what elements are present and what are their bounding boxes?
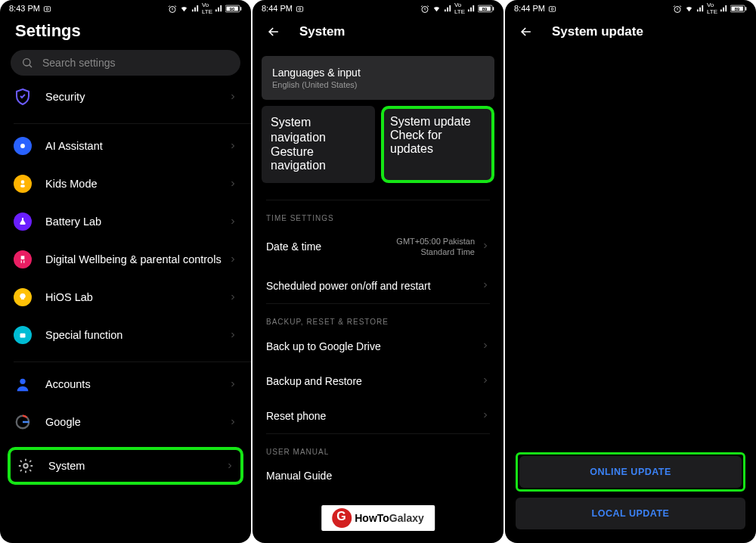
watermark-logo-icon (332, 508, 352, 528)
chevron-right-icon (228, 92, 237, 101)
settings-wellbeing[interactable]: Digital Wellbeing & parental controls (0, 240, 251, 278)
back-button[interactable] (519, 24, 534, 39)
screenshot-icon (548, 4, 556, 14)
svg-point-19 (299, 8, 301, 11)
screen-system-update: 8:44 PM VoLTE 89 System update ONLINE UP… (505, 0, 756, 543)
robot-icon (14, 326, 32, 344)
battery-icon: 90 (225, 4, 242, 14)
row-backup-restore[interactable]: Backup and Restore (253, 364, 503, 399)
section-time: TIME SETTINGS (253, 200, 503, 225)
settings-special-function[interactable]: Special function (0, 316, 251, 354)
settings-security[interactable]: Security (0, 83, 251, 116)
wifi-icon (684, 4, 694, 14)
svg-rect-11 (21, 256, 25, 259)
chevron-right-icon (481, 279, 490, 293)
row-date-time[interactable]: Date & time GMT+05:00 PakistanStandard T… (253, 225, 503, 268)
chevron-right-icon (228, 179, 237, 188)
card-system-update[interactable]: System update Check for updates (381, 106, 494, 183)
wifi-icon (179, 4, 189, 14)
bulb-icon (14, 288, 32, 306)
accounts-icon (14, 375, 32, 393)
kids-icon (14, 175, 32, 193)
assistant-icon (14, 137, 32, 155)
svg-rect-12 (20, 334, 26, 338)
svg-rect-23 (493, 8, 494, 11)
svg-point-13 (21, 334, 22, 335)
svg-point-9 (21, 180, 25, 184)
svg-point-26 (551, 8, 553, 11)
chevron-right-icon (228, 255, 237, 264)
search-input[interactable]: Search settings (11, 50, 240, 76)
volte-label: VoLTE (707, 2, 717, 15)
signal-icon (444, 4, 452, 14)
svg-point-7 (23, 59, 30, 66)
svg-point-14 (23, 334, 24, 335)
row-scheduled-power[interactable]: Scheduled power on/off and restart (253, 268, 503, 303)
screen-settings: 8:43 PM VoLTE 90 Settings Search setting… (0, 0, 251, 543)
section-manual: USER MANUAL (253, 434, 503, 459)
statusbar: 8:44 PM VoLTE 89 (505, 0, 756, 17)
screenshot-icon (296, 4, 304, 14)
settings-accounts[interactable]: Accounts (0, 365, 251, 403)
highlight-online-update: ONLINE UPDATE (516, 452, 745, 492)
chevron-right-icon (228, 141, 237, 150)
shield-icon (14, 88, 32, 106)
chevron-right-icon (481, 409, 490, 423)
signal-icon2 (467, 4, 476, 14)
screen-system: 8:44 PM VoLTE 89 System Languages & inpu… (253, 0, 503, 543)
svg-text:90: 90 (230, 7, 235, 11)
statusbar: 8:43 PM VoLTE 90 (0, 0, 251, 17)
svg-text:89: 89 (735, 7, 740, 11)
settings-list: Security AI Assistant Kids Mode Battery … (0, 83, 251, 543)
battery-lab-icon (14, 213, 32, 231)
watermark: HowToGalaxy (321, 505, 435, 531)
chevron-right-icon (481, 240, 490, 253)
statusbar: 8:44 PM VoLTE 89 (253, 0, 503, 17)
settings-system[interactable]: System (8, 447, 243, 485)
signal-icon2 (215, 4, 223, 14)
row-backup-drive[interactable]: Back up to Google Drive (253, 329, 503, 364)
settings-hios-lab[interactable]: HiOS Lab (0, 278, 251, 316)
clock: 8:43 PM (9, 4, 40, 13)
row-manual-guide[interactable]: Manual Guide (253, 459, 503, 485)
signal-icon (696, 4, 705, 14)
page-title: Settings (0, 17, 251, 47)
battery-icon: 89 (730, 4, 747, 14)
settings-google[interactable]: Google (0, 403, 251, 441)
chevron-right-icon (228, 217, 237, 226)
chevron-right-icon (481, 340, 490, 353)
search-icon (21, 57, 33, 69)
chevron-right-icon (228, 330, 237, 340)
alarm-icon (168, 3, 177, 13)
screenshot-icon (43, 4, 51, 14)
gear-icon (17, 457, 35, 475)
svg-rect-30 (745, 8, 746, 11)
section-backup: BACKUP, RESET & RESTORE (253, 304, 503, 329)
chevron-right-icon (225, 461, 234, 470)
wellbeing-icon (14, 250, 32, 268)
local-update-button[interactable]: LOCAL UPDATE (516, 498, 745, 529)
google-icon (14, 413, 32, 431)
svg-rect-25 (549, 7, 555, 11)
svg-rect-10 (20, 185, 25, 188)
svg-point-15 (20, 379, 25, 384)
volte-label: VoLTE (454, 2, 465, 15)
wifi-icon (432, 4, 442, 14)
card-system-navigation[interactable]: System navigation Gesture navigation (262, 106, 375, 183)
chevron-right-icon (228, 380, 237, 389)
online-update-button[interactable]: ONLINE UPDATE (519, 456, 742, 488)
settings-kids-mode[interactable]: Kids Mode (0, 165, 251, 203)
alarm-icon (420, 3, 429, 13)
settings-battery-lab[interactable]: Battery Lab (0, 203, 251, 240)
page-title: System update (552, 24, 643, 39)
chevron-right-icon (228, 417, 237, 427)
back-button[interactable] (266, 24, 281, 39)
row-reset-phone[interactable]: Reset phone (253, 399, 503, 433)
settings-ai-assistant[interactable]: AI Assistant (0, 127, 251, 165)
svg-point-1 (46, 8, 48, 11)
card-languages[interactable]: Languages & input English (United States… (262, 56, 494, 100)
svg-point-17 (23, 464, 28, 468)
svg-rect-18 (296, 7, 302, 11)
battery-icon: 89 (478, 4, 494, 14)
search-placeholder: Search settings (42, 57, 116, 69)
